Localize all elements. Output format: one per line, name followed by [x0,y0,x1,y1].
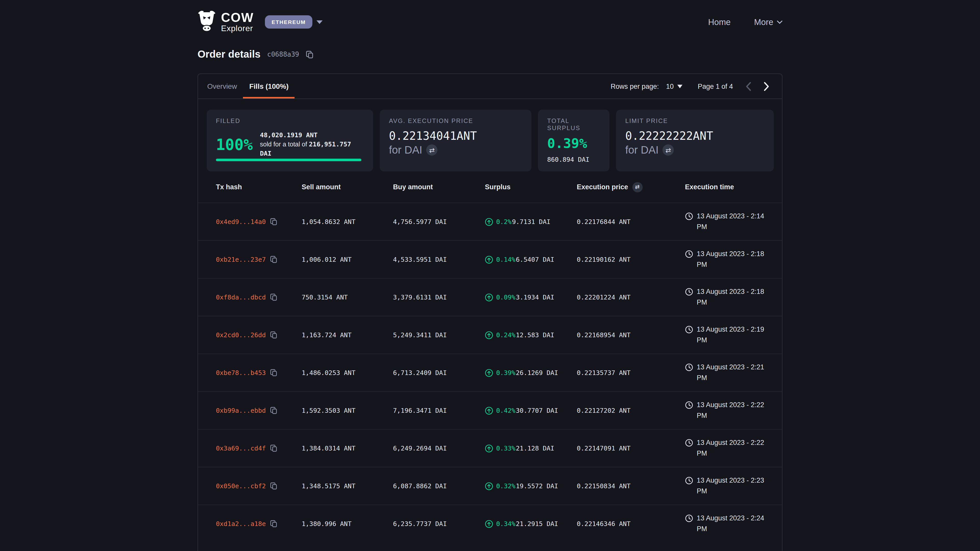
filled-amounts: 48,020.1919 ANT sold for a total of 216,… [260,130,364,159]
nav-item-more-label: More [754,17,773,27]
column-execution-price: Execution price ⇄ [577,182,685,192]
network-caret-icon[interactable] [317,20,323,24]
avg-execution-price-card: AVG. EXECUTION PRICE 0.22134041ANT for D… [380,110,531,171]
column-execution-price-label: Execution price [577,183,628,191]
buy-amount: 4,756.5977 DAI [393,218,485,225]
page-header: Order details c0688a39 [197,48,313,60]
surplus-amount: 9.7131 DAI [512,218,550,225]
copy-tx-hash-button[interactable] [270,520,277,527]
rows-per-page-label: Rows per page: [611,83,659,90]
copy-icon [306,50,313,59]
table-row: 0xbe78...b453 1,486.0253 ANT 6,713.2409 … [198,354,782,391]
copy-icon [270,520,277,527]
clock-icon [685,213,693,221]
sell-amount: 1,006.012 ANT [302,256,393,263]
execution-price: 0.22147091 ANT [577,445,685,452]
execution-time: 13 August 2023 - 2:18 PM [697,249,773,270]
nav-item-home[interactable]: Home [708,17,731,27]
surplus-amount: 30.7707 DAI [516,407,558,414]
tx-hash-link[interactable]: 0x3a69...cd4f [216,445,266,452]
logo-text: COW Explorer [221,11,254,33]
sell-amount: 1,384.0314 ANT [302,445,393,452]
surplus-percent: 0.2% [496,218,511,225]
cow-logo-icon [197,10,216,34]
copy-tx-hash-button[interactable] [270,293,277,301]
column-tx-hash: Tx hash [216,183,302,191]
invert-price-icon[interactable]: ⇄ [426,144,438,156]
clock-icon [685,439,693,447]
tx-hash-link[interactable]: 0x050e...cbf2 [216,482,266,490]
buy-amount: 6,249.2694 DAI [393,445,485,452]
clock-icon [685,477,693,485]
tx-hash-link[interactable]: 0xb99a...ebbd [216,407,266,414]
copy-icon [270,293,277,301]
table-body: 0x4ed9...14a0 1,054.8632 ANT 4,756.5977 … [198,203,782,542]
tab-overview[interactable]: Overview [201,74,243,98]
chevron-down-icon [777,20,783,24]
invert-price-column-icon[interactable]: ⇄ [632,182,642,192]
surplus-up-icon [485,368,493,377]
copy-tx-hash-button[interactable] [270,445,277,452]
limit-price-label: LIMIT PRICE [625,118,765,124]
table-row: 0xb99a...ebbd 1,592.3503 ANT 7,196.3471 … [198,391,782,429]
surplus-up-icon [485,218,493,226]
rows-per-page-select[interactable]: 10 [666,83,682,90]
tx-hash-link[interactable]: 0xb21e...23e7 [216,256,266,263]
avg-price-value: 0.22134041ANT [389,130,522,143]
invert-price-icon[interactable]: ⇄ [663,144,674,156]
copy-tx-hash-button[interactable] [270,218,277,225]
execution-time: 13 August 2023 - 2:22 PM [697,438,773,459]
total-surplus-percent: 0.39% [547,136,600,151]
cow-explorer-logo[interactable]: COW Explorer [197,10,254,34]
execution-time: 13 August 2023 - 2:23 PM [697,476,773,496]
summary-cards: FILLED 100% 48,020.1919 ANT sold for a t… [207,110,774,171]
tx-hash-link[interactable]: 0xd1a2...a18e [216,520,266,527]
column-execution-time: Execution time [685,183,772,191]
buy-amount: 7,196.3471 DAI [393,407,485,414]
limit-price-value: 0.22222222ANT [625,130,765,143]
clock-icon [685,401,693,410]
sell-amount: 1,380.996 ANT [302,520,393,527]
tab-fills[interactable]: Fills (100%) [243,74,295,98]
page-indicator: Page 1 of 4 [698,83,733,90]
copy-tx-hash-button[interactable] [270,407,277,414]
next-page-button[interactable] [764,81,770,91]
execution-price: 0.22176844 ANT [577,218,685,225]
copy-tx-hash-button[interactable] [270,482,277,490]
network-selector[interactable]: ETHEREUM [265,15,312,29]
column-surplus: Surplus [485,183,577,191]
previous-page-button[interactable] [745,81,751,91]
surplus-amount: 3.1934 DAI [516,293,554,301]
filled-percent: 100% [216,135,253,153]
surplus-up-icon [485,407,493,414]
table-row: 0x4ed9...14a0 1,054.8632 ANT 4,756.5977 … [198,203,782,240]
tx-hash-link[interactable]: 0x4ed9...14a0 [216,218,266,225]
sell-amount: 750.3154 ANT [302,293,393,301]
surplus-percent: 0.32% [496,482,515,490]
tx-hash-link[interactable]: 0x2cd0...26dd [216,331,266,339]
filled-sell-amount: 48,020.1919 ANT [260,131,318,139]
surplus-up-icon [485,256,493,264]
execution-price: 0.22135737 ANT [577,369,685,376]
page-title: Order details [197,48,261,60]
surplus-percent: 0.33% [496,445,515,452]
total-surplus-label: TOTAL SURPLUS [547,118,600,132]
filled-card: FILLED 100% 48,020.1919 ANT sold for a t… [207,110,373,171]
filled-progress-bar [216,159,361,161]
nav-item-more[interactable]: More [754,17,783,27]
copy-tx-hash-button[interactable] [270,331,277,339]
copy-tx-hash-button[interactable] [270,256,277,263]
table-row: 0x3a69...cd4f 1,384.0314 ANT 6,249.2694 … [198,429,782,467]
execution-price: 0.22150834 ANT [577,482,685,490]
copy-order-id-button[interactable] [306,50,313,59]
chevron-right-icon [764,81,770,91]
surplus-amount: 21.2915 DAI [516,520,558,527]
copy-tx-hash-button[interactable] [270,369,277,376]
tx-hash-link[interactable]: 0xf8da...dbcd [216,293,266,301]
tx-hash-link[interactable]: 0xbe78...b453 [216,369,266,376]
table-row: 0xf8da...dbcd 750.3154 ANT 3,379.6131 DA… [198,278,782,316]
execution-price: 0.22127202 ANT [577,407,685,414]
surplus-amount: 19.5572 DAI [516,482,558,490]
execution-time: 13 August 2023 - 2:24 PM [697,513,773,534]
column-buy-amount: Buy amount [393,183,485,191]
